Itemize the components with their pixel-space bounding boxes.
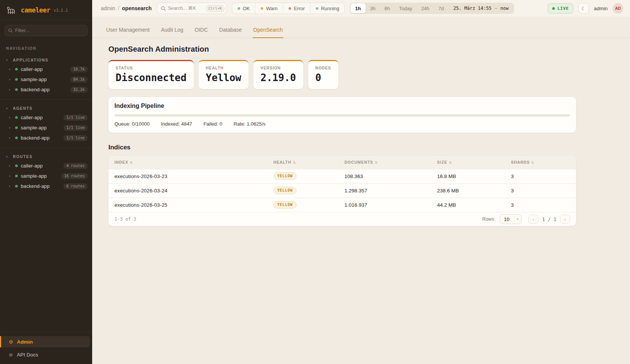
item-badge: 1/1 live: [63, 125, 88, 131]
moon-icon: ☾: [581, 6, 586, 11]
item-badge: 84.1k: [70, 77, 88, 83]
divider: [0, 99, 92, 100]
item-badge: 1/1 live: [63, 115, 88, 121]
section-label: ROUTES: [13, 154, 32, 159]
tab-audit-log[interactable]: Audit Log: [161, 23, 184, 38]
admin-label: Admin: [17, 339, 33, 345]
time-range-group: 1h 3h 6h Today 24h 7d 25. März 14:55 — n…: [350, 3, 514, 14]
filter-error[interactable]: Error: [283, 3, 310, 14]
section-header-routes[interactable]: ▾ ROUTES: [0, 152, 92, 161]
status-dot-icon: [15, 68, 18, 71]
sidebar-item-routes-backend-app[interactable]: ▸ backend-app 6 routes: [0, 181, 92, 191]
time-range-3h[interactable]: 3h: [366, 3, 380, 13]
time-range-1h[interactable]: 1h: [351, 3, 365, 13]
sidebar-item-api-docs[interactable]: ≡ API Docs: [0, 349, 92, 360]
chevron-right-icon: ▸: [9, 116, 12, 119]
page-content: OpenSearch Administration STATUS Disconn…: [92, 38, 630, 364]
column-header-health[interactable]: HEALTH⇅: [267, 156, 338, 169]
pipeline-stats: Queue: 0/10000 Indexed: 4847 Failed: 0 R…: [114, 121, 570, 127]
live-dot-icon: [552, 7, 555, 10]
sidebar-item-routes-caller-app[interactable]: ▸ caller-app 4 routes: [0, 161, 92, 171]
cell-size: 16.8 MB: [431, 169, 505, 183]
section-header-applications[interactable]: ▾ APPLICATIONS: [0, 56, 92, 64]
range-separator: —: [494, 6, 497, 11]
time-range-display[interactable]: 25. März 14:55 — now: [448, 6, 513, 11]
stat-card-status: STATUS Disconnected: [108, 60, 194, 89]
status-dot-icon: [15, 116, 18, 119]
stat-value: 2.19.0: [261, 72, 296, 83]
theme-toggle-button[interactable]: ☾: [578, 3, 589, 14]
chevron-right-icon: ▸: [9, 164, 12, 167]
apidocs-label: API Docs: [17, 352, 38, 358]
section-header-agents[interactable]: ▾ AGENTS: [0, 104, 92, 112]
chevron-down-icon: ▾: [6, 155, 8, 158]
stat-cards-row: STATUS Disconnected HEALTH Yellow VERSIO…: [108, 60, 630, 89]
rows-per-page-label: Rows:: [482, 217, 496, 222]
stat-value: Disconnected: [116, 72, 187, 83]
cell-documents: 1.298.357: [338, 183, 431, 198]
next-page-button[interactable]: ›: [560, 215, 570, 224]
item-label: backend-app: [21, 183, 60, 189]
sidebar-item-routes-sample-app[interactable]: ▸ sample-app 16 routes: [0, 171, 92, 181]
user-name[interactable]: admin: [594, 6, 608, 11]
top-bar: admin / opensearch Ctrl+K OK Warn E: [92, 0, 630, 17]
sidebar-item-admin[interactable]: ⚙ Admin: [0, 336, 90, 347]
item-label: backend-app: [21, 87, 67, 92]
live-toggle[interactable]: LIVE: [548, 3, 574, 14]
sidebar-item-agents-caller-app[interactable]: ▸ caller-app 1/1 live: [0, 112, 92, 123]
status-filter-group: OK Warn Error Running: [232, 3, 345, 14]
chevron-right-icon: ▸: [9, 78, 12, 81]
filter-ok[interactable]: OK: [232, 3, 255, 14]
tab-opensearch[interactable]: OpenSearch: [253, 23, 283, 38]
status-dot-icon: [15, 88, 18, 91]
column-header-shards[interactable]: SHARDS⇅: [505, 156, 576, 169]
sidebar-item-applications-backend-app[interactable]: ▸ backend-app 32.2k: [0, 84, 92, 95]
time-range-24h[interactable]: 24h: [417, 3, 434, 13]
rows-per-page-select[interactable]: 10 ▾: [500, 214, 522, 224]
table-footer: 1-3 of 3 Rows: 10 ▾ ‹ 1 / 1 ›: [108, 212, 576, 226]
sidebar-filter[interactable]: [5, 25, 88, 36]
tab-user-management[interactable]: User Management: [106, 23, 150, 38]
sidebar-item-applications-caller-app[interactable]: ▸ caller-app 10.7k: [0, 64, 92, 74]
pipeline-title: Indexing Pipeline: [114, 103, 570, 109]
global-search[interactable]: Ctrl+K: [157, 3, 227, 14]
time-range-today[interactable]: Today: [394, 3, 417, 13]
column-header-index[interactable]: INDEX⇅: [108, 156, 267, 169]
divider: [0, 147, 92, 148]
cell-index: executions-2026-03-25: [108, 198, 267, 212]
table-row: executions-2026-03-24 YELLOW 1.298.357 2…: [108, 183, 576, 198]
prev-page-button[interactable]: ‹: [528, 215, 538, 224]
item-label: caller-app: [21, 115, 60, 120]
section-label: AGENTS: [13, 106, 32, 111]
filter-running[interactable]: Running: [310, 3, 344, 14]
column-header-size[interactable]: SIZE⇅: [431, 156, 505, 169]
cell-shards: 3: [505, 183, 576, 198]
tab-database[interactable]: Database: [219, 23, 242, 38]
filter-label: Error: [294, 6, 305, 11]
avatar[interactable]: AD: [613, 3, 623, 14]
row-range-text: 1-3 of 3: [114, 217, 136, 222]
range-start: 25. März 14:55: [453, 6, 491, 11]
tab-oidc[interactable]: OIDC: [194, 23, 208, 38]
sidebar-item-applications-sample-app[interactable]: ▸ sample-app 84.1k: [0, 74, 92, 84]
status-dot-icon: [15, 175, 18, 177]
item-badge: 1/1 live: [63, 135, 88, 141]
sidebar-item-agents-sample-app[interactable]: ▸ sample-app 1/1 live: [0, 123, 92, 133]
item-badge: 16 routes: [61, 173, 88, 179]
filter-label: Warn: [266, 6, 278, 11]
column-header-documents[interactable]: DOCUMENTS⇅: [338, 156, 431, 169]
chevron-right-icon: ▸: [9, 184, 12, 188]
stat-value: 0: [315, 72, 331, 83]
sidebar-item-agents-backend-app[interactable]: ▸ backend-app 1/1 live: [0, 133, 92, 143]
time-range-6h[interactable]: 6h: [380, 3, 394, 13]
indices-table: INDEX⇅ HEALTH⇅ DOCUMENTS⇅ SIZE⇅ SHARDS⇅ …: [108, 156, 576, 212]
time-range-7d[interactable]: 7d: [434, 3, 448, 13]
filter-input[interactable]: [15, 28, 84, 33]
breadcrumb-admin[interactable]: admin: [101, 5, 115, 11]
item-badge: 6 routes: [63, 183, 88, 189]
filter-warn[interactable]: Warn: [255, 3, 283, 14]
range-end: now: [500, 6, 509, 11]
cell-size: 44.2 MB: [431, 198, 505, 212]
search-input[interactable]: [168, 6, 204, 11]
cell-health: YELLOW: [267, 169, 338, 183]
